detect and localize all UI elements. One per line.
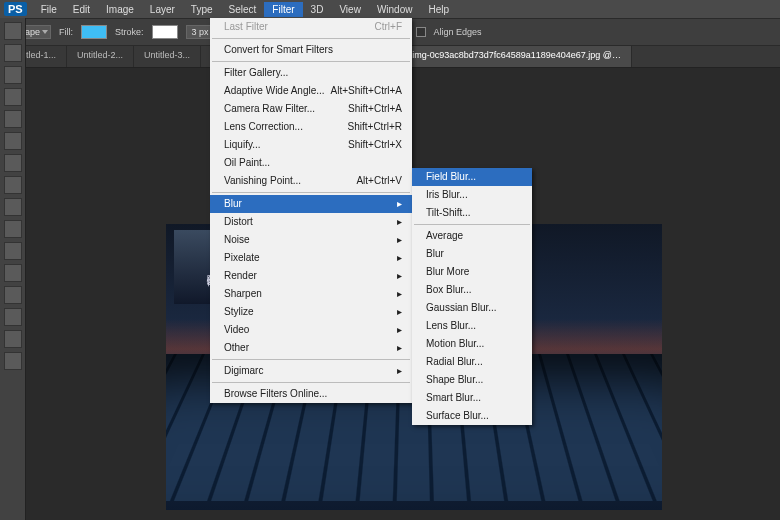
- menu-item-lens-blur[interactable]: Lens Blur...: [412, 317, 532, 335]
- tool-slot[interactable]: [4, 242, 22, 260]
- menu-item-adaptive-wide-angle[interactable]: Adaptive Wide Angle...Alt+Shift+Ctrl+A: [210, 82, 412, 100]
- menu-help[interactable]: Help: [420, 2, 457, 17]
- menu-item-average[interactable]: Average: [412, 227, 532, 245]
- menu-item-label: Surface Blur...: [426, 409, 489, 423]
- menu-item-shortcut: Shift+Ctrl+R: [348, 120, 402, 134]
- submenu-arrow-icon: ▸: [397, 251, 402, 265]
- menubar: PS FileEditImageLayerTypeSelectFilter3DV…: [0, 0, 780, 18]
- menu-item-convert-smart-filters[interactable]: Convert for Smart Filters: [210, 41, 412, 59]
- menu-item-last-filter[interactable]: Last Filter Ctrl+F: [210, 18, 412, 36]
- tool-slot[interactable]: [4, 308, 22, 326]
- tool-slot[interactable]: [4, 44, 22, 62]
- menu-item-label: Gaussian Blur...: [426, 301, 497, 315]
- document-tab[interactable]: Untitled-3...: [134, 46, 201, 67]
- menu-item-distort[interactable]: Distort▸: [210, 213, 412, 231]
- menu-item-filter-gallery[interactable]: Filter Gallery...: [210, 64, 412, 82]
- fill-swatch[interactable]: [81, 25, 107, 39]
- menu-item-blur-more[interactable]: Blur More: [412, 263, 532, 281]
- align-edges-checkbox[interactable]: [416, 27, 426, 37]
- menu-item-label: Convert for Smart Filters: [224, 43, 333, 57]
- tool-slot[interactable]: [4, 330, 22, 348]
- menu-item-blur[interactable]: Blur: [412, 245, 532, 263]
- menu-item-vanishing-point[interactable]: Vanishing Point...Alt+Ctrl+V: [210, 172, 412, 190]
- menu-file[interactable]: File: [33, 2, 65, 17]
- submenu-arrow-icon: ▸: [397, 287, 402, 301]
- menu-item-label: Stylize: [224, 305, 253, 319]
- menu-item-label: Iris Blur...: [426, 188, 468, 202]
- document-tab[interactable]: img-0c93ac8bd73d7fc64589a1189e404e67.jpg…: [402, 46, 632, 67]
- menu-item-oil-paint[interactable]: Oil Paint...: [210, 154, 412, 172]
- menu-item-tilt-shift[interactable]: Tilt-Shift...: [412, 204, 532, 222]
- menu-item-label: Adaptive Wide Angle...: [224, 84, 325, 98]
- menu-item-stylize[interactable]: Stylize▸: [210, 303, 412, 321]
- menu-image[interactable]: Image: [98, 2, 142, 17]
- menu-item-pixelate[interactable]: Pixelate▸: [210, 249, 412, 267]
- tool-slot[interactable]: [4, 286, 22, 304]
- document-tab[interactable]: Untitled-2...: [67, 46, 134, 67]
- menu-item-sharpen[interactable]: Sharpen▸: [210, 285, 412, 303]
- menu-item-label: Tilt-Shift...: [426, 206, 471, 220]
- menu-item-lens-correction[interactable]: Lens Correction...Shift+Ctrl+R: [210, 118, 412, 136]
- menu-item-other[interactable]: Other▸: [210, 339, 412, 357]
- submenu-arrow-icon: ▸: [397, 197, 402, 211]
- menu-select[interactable]: Select: [221, 2, 265, 17]
- menu-item-render[interactable]: Render▸: [210, 267, 412, 285]
- menu-3d[interactable]: 3D: [303, 2, 332, 17]
- menu-item-surface-blur[interactable]: Surface Blur...: [412, 407, 532, 425]
- menu-item-blur[interactable]: Blur▸: [210, 195, 412, 213]
- align-edges-label: Align Edges: [434, 27, 482, 37]
- tool-slot[interactable]: [4, 66, 22, 84]
- menu-item-label: Liquify...: [224, 138, 261, 152]
- tool-slot[interactable]: [4, 264, 22, 282]
- menu-item-shortcut: Shift+Ctrl+X: [348, 138, 402, 152]
- menu-item-shortcut: Shift+Ctrl+A: [348, 102, 402, 116]
- tool-slot[interactable]: [4, 220, 22, 238]
- tool-slot[interactable]: [4, 110, 22, 128]
- menu-item-video[interactable]: Video▸: [210, 321, 412, 339]
- stroke-swatch[interactable]: [152, 25, 178, 39]
- tool-slot[interactable]: [4, 352, 22, 370]
- menu-item-label: Shape Blur...: [426, 373, 483, 387]
- menu-item-gaussian-blur[interactable]: Gaussian Blur...: [412, 299, 532, 317]
- menu-item-label: Average: [426, 229, 463, 243]
- menu-item-label: Other: [224, 341, 249, 355]
- tool-slot[interactable]: [4, 176, 22, 194]
- menu-item-motion-blur[interactable]: Motion Blur...: [412, 335, 532, 353]
- menu-item-label: Lens Blur...: [426, 319, 476, 333]
- submenu-arrow-icon: ▸: [397, 269, 402, 283]
- menu-item-label: Video: [224, 323, 249, 337]
- menu-item-field-blur[interactable]: Field Blur...: [412, 168, 532, 186]
- menu-item-smart-blur[interactable]: Smart Blur...: [412, 389, 532, 407]
- menu-item-iris-blur[interactable]: Iris Blur...: [412, 186, 532, 204]
- menu-item-box-blur[interactable]: Box Blur...: [412, 281, 532, 299]
- tool-slot[interactable]: [4, 22, 22, 40]
- menu-item-radial-blur[interactable]: Radial Blur...: [412, 353, 532, 371]
- menu-edit[interactable]: Edit: [65, 2, 98, 17]
- tool-slot[interactable]: [4, 198, 22, 216]
- menu-item-browse-filters-online[interactable]: Browse Filters Online...: [210, 385, 412, 403]
- menu-layer[interactable]: Layer: [142, 2, 183, 17]
- menu-item-camera-raw[interactable]: Camera Raw Filter...Shift+Ctrl+A: [210, 100, 412, 118]
- menu-filter[interactable]: Filter: [264, 2, 302, 17]
- tool-slot[interactable]: [4, 88, 22, 106]
- menu-item-liquify[interactable]: Liquify...Shift+Ctrl+X: [210, 136, 412, 154]
- menu-item-shape-blur[interactable]: Shape Blur...: [412, 371, 532, 389]
- menu-type[interactable]: Type: [183, 2, 221, 17]
- stroke-label: Stroke:: [115, 27, 144, 37]
- menu-item-shortcut: Alt+Shift+Ctrl+A: [331, 84, 402, 98]
- submenu-arrow-icon: ▸: [397, 215, 402, 229]
- menu-item-noise[interactable]: Noise▸: [210, 231, 412, 249]
- submenu-arrow-icon: ▸: [397, 305, 402, 319]
- menu-item-label: Render: [224, 269, 257, 283]
- menu-window[interactable]: Window: [369, 2, 421, 17]
- menu-separator: [414, 224, 530, 225]
- tool-slot[interactable]: [4, 132, 22, 150]
- menu-item-shortcut: Ctrl+F: [375, 20, 403, 34]
- menu-view[interactable]: View: [331, 2, 369, 17]
- tool-slot[interactable]: [4, 154, 22, 172]
- submenu-arrow-icon: ▸: [397, 364, 402, 378]
- menu-item-label: Smart Blur...: [426, 391, 481, 405]
- filter-menu: Last Filter Ctrl+F Convert for Smart Fil…: [210, 18, 412, 403]
- app-logo: PS: [4, 2, 27, 16]
- menu-item-digimarc[interactable]: Digimarc▸: [210, 362, 412, 380]
